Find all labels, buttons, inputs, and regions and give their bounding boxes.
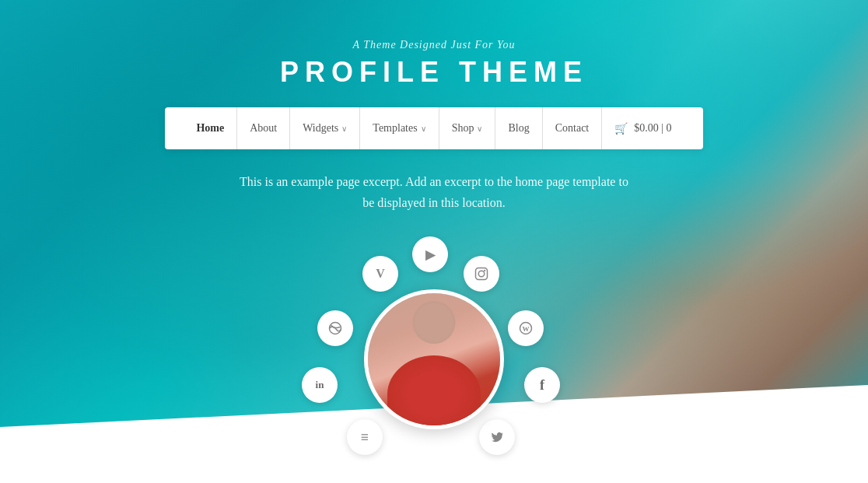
hero-content: A Theme Designed Just For You PROFILE TH… (0, 0, 868, 454)
nav-item-shop[interactable]: Shop ∨ (439, 107, 496, 149)
hero-title: PROFILE THEME (280, 56, 588, 89)
chevron-down-icon: ∨ (341, 124, 347, 133)
nav-item-templates[interactable]: Templates ∨ (360, 107, 439, 149)
hero-subtitle: A Theme Designed Just For You (352, 39, 515, 51)
nav-item-home[interactable]: Home (184, 107, 237, 149)
nav-item-cart[interactable]: 🛒 $0.00 | 0 (602, 107, 684, 149)
svg-text:W: W (523, 325, 530, 333)
svg-point-2 (484, 270, 485, 271)
nav-item-contact[interactable]: Contact (543, 107, 603, 149)
instagram-icon[interactable] (464, 256, 499, 292)
wordpress-icon[interactable]: W (508, 310, 544, 346)
dribbble-icon[interactable] (317, 310, 353, 346)
svg-rect-0 (476, 268, 488, 280)
svg-point-1 (478, 271, 485, 278)
social-icons-container: ▶ V W in f (271, 236, 597, 454)
main-nav: Home About Widgets ∨ Templates ∨ Shop ∨ … (165, 107, 702, 149)
cart-icon: 🛒 (614, 122, 628, 135)
hero-section: A Theme Designed Just For You PROFILE TH… (0, 0, 868, 483)
linkedin-icon[interactable]: in (302, 367, 338, 403)
vine-icon[interactable]: V (362, 256, 398, 292)
facebook-icon[interactable]: f (524, 367, 560, 403)
nav-item-about[interactable]: About (237, 107, 290, 149)
chevron-down-icon: ∨ (421, 124, 426, 133)
nav-item-blog[interactable]: Blog (495, 107, 542, 149)
nav-item-widgets[interactable]: Widgets ∨ (290, 107, 360, 149)
chevron-down-icon: ∨ (477, 124, 482, 133)
youtube-icon[interactable]: ▶ (412, 236, 448, 272)
profile-avatar (364, 289, 504, 429)
avatar-image (368, 293, 500, 425)
page-excerpt: This is an example page excerpt. Add an … (240, 171, 628, 213)
